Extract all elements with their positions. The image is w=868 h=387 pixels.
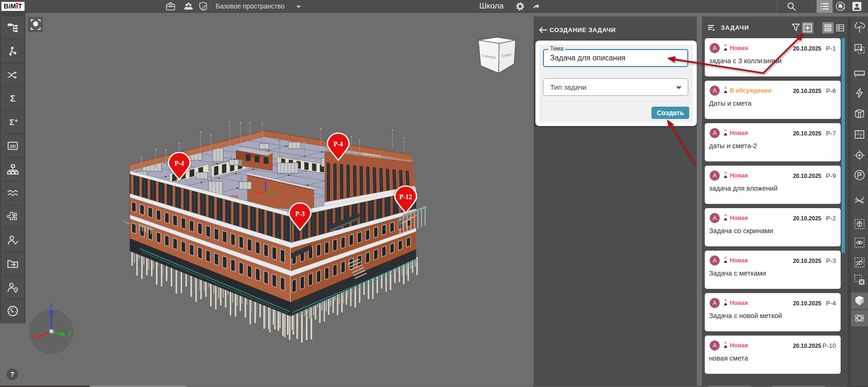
svg-text:X: X — [32, 334, 35, 339]
svg-text:2D: 2D — [10, 143, 16, 149]
svg-text:1: 1 — [856, 196, 858, 199]
svg-text:2: 2 — [862, 196, 863, 199]
svg-text:Z: Z — [50, 303, 52, 308]
svg-text:Y: Y — [68, 331, 72, 337]
svg-text:Σ: Σ — [10, 93, 15, 103]
svg-text:P-3: P-3 — [295, 210, 305, 218]
svg-text:Σ: Σ — [9, 118, 14, 127]
svg-text:P-4: P-4 — [175, 160, 184, 167]
svg-text:P-4: P-4 — [334, 141, 343, 148]
svg-text:P-12: P-12 — [399, 194, 412, 201]
svg-text:+: + — [15, 118, 18, 124]
